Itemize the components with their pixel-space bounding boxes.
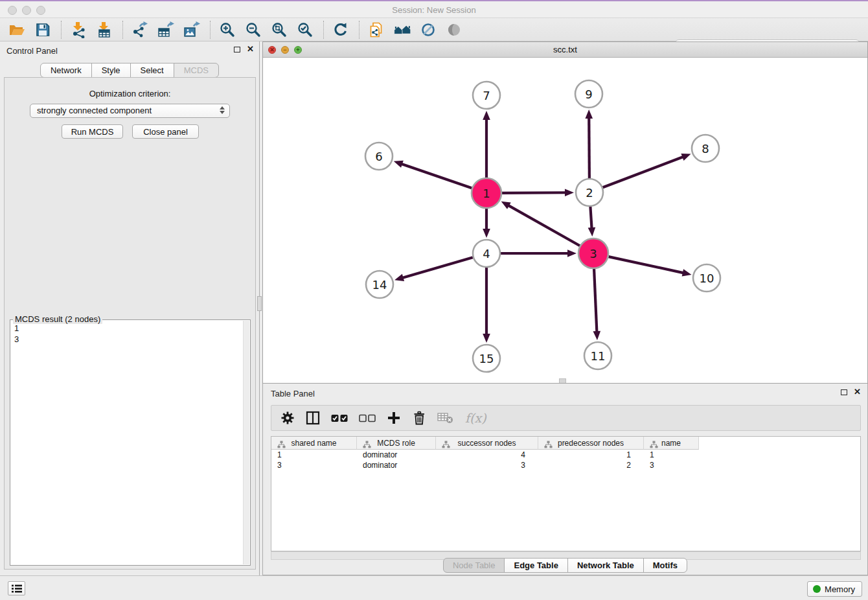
network-window-titlebar[interactable]: ✕ − + scc.txt [263, 42, 867, 58]
table-toolbar: f(x) [271, 405, 861, 431]
open-session-icon[interactable] [8, 21, 26, 39]
control-tab-network[interactable]: Network [40, 63, 92, 78]
hierarchy-icon [650, 439, 658, 451]
graph-edge-1-7[interactable] [483, 111, 490, 178]
zoom-selected-icon[interactable] [296, 21, 314, 39]
mcds-result-list[interactable]: 13 [14, 323, 19, 345]
task-history-button[interactable] [8, 581, 25, 595]
save-session-icon[interactable] [34, 21, 52, 39]
graph-edge-4-14[interactable] [394, 257, 473, 281]
graph-node-4[interactable]: 4 [473, 240, 500, 267]
close-panel-icon[interactable]: ✕ [247, 45, 254, 53]
show-hide-icon[interactable] [445, 21, 463, 39]
zoom-fit-icon[interactable] [270, 21, 288, 39]
column-header-name[interactable]: name [644, 437, 699, 450]
graph-node-2[interactable]: 2 [576, 179, 603, 206]
horizontal-splitter-handle[interactable] [559, 378, 566, 383]
table-cell-shared-name[interactable]: 3 [271, 460, 357, 470]
graph-edge-1-6[interactable] [394, 161, 472, 188]
table-tab-network-table[interactable]: Network Table [567, 558, 644, 573]
control-panel-tabs: NetworkStyleSelectMCDS [0, 63, 259, 78]
split-panel-icon[interactable] [306, 411, 320, 425]
delete-table-icon [437, 411, 454, 424]
graph-node-15[interactable]: 15 [473, 345, 500, 372]
svg-text:3: 3 [589, 247, 597, 260]
graph-edge-1-2[interactable] [502, 189, 574, 196]
status-bar: Memory [0, 575, 868, 600]
graph-node-11[interactable]: 11 [584, 342, 611, 369]
control-tab-mcds[interactable]: MCDS [174, 63, 219, 78]
graph-node-10[interactable]: 10 [693, 264, 720, 292]
close-table-panel-icon[interactable]: ✕ [854, 388, 861, 396]
float-table-panel-icon[interactable] [841, 389, 847, 395]
hierarchy-icon [277, 439, 286, 451]
graph-edge-4-3[interactable] [501, 249, 577, 257]
zoom-out-icon[interactable] [244, 21, 262, 39]
close-panel-button[interactable]: Close panel [132, 124, 199, 139]
memory-button[interactable]: Memory [807, 581, 862, 597]
control-tab-select[interactable]: Select [130, 63, 174, 78]
function-builder-icon: f(x) [465, 411, 486, 425]
graph-node-1[interactable]: 1 [472, 178, 501, 208]
graph-edge-3-1[interactable] [501, 202, 580, 246]
graph-edge-4-15[interactable] [483, 268, 490, 343]
criterion-dropdown[interactable]: strongly connected component [30, 104, 230, 118]
graph-node-14[interactable]: 14 [366, 271, 393, 298]
table-tab-motifs[interactable]: Motifs [643, 558, 687, 573]
table-cell-name[interactable]: 3 [644, 460, 699, 470]
table-cell-predecessor-nodes[interactable]: 1 [538, 450, 644, 460]
graph-node-6[interactable]: 6 [365, 143, 393, 170]
mcds-result-line: 3 [14, 334, 19, 345]
control-tab-style[interactable]: Style [91, 63, 131, 78]
toolbar-separator [323, 21, 324, 39]
import-table-icon[interactable] [95, 21, 113, 39]
run-mcds-button[interactable]: Run MCDS [62, 124, 123, 139]
graph-node-3[interactable]: 3 [578, 238, 608, 268]
graph-edge-1-4[interactable] [483, 209, 490, 238]
home-icon[interactable] [393, 21, 411, 39]
control-panel-title: Control Panel [6, 46, 58, 56]
table-cell-successor-nodes[interactable]: 3 [436, 460, 538, 470]
export-image-icon[interactable] [183, 21, 201, 39]
column-header-shared-name[interactable]: shared name [271, 437, 357, 450]
add-column-icon[interactable] [387, 411, 401, 425]
vertical-splitter-handle[interactable] [257, 296, 262, 311]
graph-node-8[interactable]: 8 [692, 135, 719, 162]
table-cell-name[interactable]: 1 [644, 450, 699, 460]
table-cell-predecessor-nodes[interactable]: 2 [538, 460, 644, 470]
result-scrollbar[interactable] [243, 321, 249, 564]
export-table-icon[interactable] [157, 21, 175, 39]
refresh-icon[interactable] [332, 21, 350, 39]
select-all-columns-icon[interactable] [331, 414, 348, 422]
graph-edge-3-10[interactable] [608, 257, 691, 277]
graph-edge-2-3[interactable] [588, 207, 596, 237]
table-row[interactable]: 3dominator323 [271, 460, 860, 470]
table-tab-edge-table[interactable]: Edge Table [504, 558, 567, 573]
graph-edge-3-11[interactable] [593, 269, 601, 340]
delete-column-icon[interactable] [412, 411, 426, 425]
network-view-window: ✕ − + scc.txt 7968124314101511 [262, 41, 868, 384]
network-canvas[interactable]: 7968124314101511 [263, 58, 867, 383]
table-cell-mcds-role[interactable]: dominator [357, 460, 436, 470]
graph-node-9[interactable]: 9 [575, 80, 602, 108]
memory-label: Memory [825, 584, 855, 594]
table-row[interactable]: 1dominator411 [271, 450, 860, 460]
apply-style-icon[interactable] [419, 21, 437, 39]
table-tab-node-table[interactable]: Node Table [443, 558, 505, 573]
import-network-icon[interactable] [69, 21, 87, 39]
zoom-in-icon[interactable] [218, 21, 236, 39]
graph-edge-2-8[interactable] [603, 154, 691, 187]
clone-network-icon[interactable] [367, 21, 385, 39]
float-panel-icon[interactable] [234, 47, 240, 52]
export-network-icon[interactable] [131, 21, 149, 39]
graph-edge-2-9[interactable] [585, 110, 593, 178]
column-header-mcds-role[interactable]: MCDS role [357, 437, 436, 450]
table-cell-successor-nodes[interactable]: 4 [436, 450, 538, 460]
column-header-successor-nodes[interactable]: successor nodes [436, 437, 538, 450]
deselect-all-columns-icon[interactable] [359, 414, 376, 422]
column-header-predecessor-nodes[interactable]: predecessor nodes [538, 437, 644, 450]
graph-node-7[interactable]: 7 [473, 82, 500, 109]
table-cell-shared-name[interactable]: 1 [271, 450, 357, 460]
settings-gear-icon[interactable] [280, 411, 295, 425]
table-cell-mcds-role[interactable]: dominator [357, 450, 436, 460]
